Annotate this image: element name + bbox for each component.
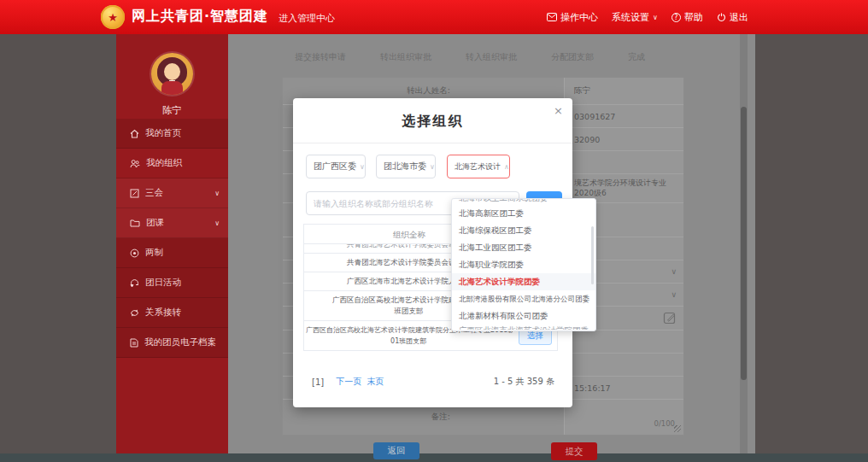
- cyl-emblem-icon: ★: [101, 5, 125, 29]
- header-menu: 操作中心 系统设置 ∨ ? 帮助 退出: [547, 0, 748, 34]
- caret-down-icon: ∨: [356, 163, 365, 171]
- wizard-steps: 提交接转申请 转出组织审批 转入组织审批 分配团支部 完成: [295, 51, 645, 63]
- caret-down-icon: ∨: [653, 14, 658, 21]
- submit-button[interactable]: 提交: [551, 442, 597, 460]
- page-left-margin: [0, 34, 116, 453]
- field-value-time: 15:16:17: [565, 377, 683, 399]
- sidebar-item-relation-transfer[interactable]: 关系接转: [116, 298, 228, 328]
- page-current[interactable]: [1]: [312, 377, 324, 387]
- char-counter: 0/100: [654, 419, 676, 428]
- step-1: 提交接转申请: [295, 51, 346, 63]
- sidebar-item-activity[interactable]: 团日活动: [116, 268, 228, 298]
- mail-icon: [547, 13, 557, 21]
- sidebar-item-member-archive[interactable]: 我的团员电子档案: [116, 328, 228, 358]
- dropdown-scrollbar-thumb[interactable]: [591, 226, 594, 284]
- sidebar-item-sanhui[interactable]: 三会 ∨: [116, 178, 228, 208]
- users-icon: [130, 159, 140, 168]
- pagination: [1] 下一页 末页 1 - 5 共 359 条: [303, 376, 558, 388]
- menu-help[interactable]: ? 帮助: [672, 11, 703, 24]
- app-title: 网上共青团·智慧团建: [132, 8, 268, 26]
- dropdown-item-clipped[interactable]: 北海市以上工商系统团委: [452, 199, 595, 205]
- page-last-link[interactable]: 末页: [367, 376, 384, 388]
- menu-system-settings[interactable]: 系统设置 ∨: [612, 11, 658, 24]
- edit-pencil-icon: [663, 311, 677, 325]
- dropdown-item-selected[interactable]: 北海艺术设计学院团委: [452, 273, 595, 290]
- chevron-down-icon: ∨: [671, 290, 677, 299]
- chevron-down-icon: ∨: [671, 267, 677, 276]
- power-icon: [717, 13, 726, 22]
- back-button[interactable]: 返回: [373, 442, 419, 459]
- dropdown-item[interactable]: 北港新材料有限公司团委: [452, 307, 595, 325]
- refresh-icon: [130, 308, 139, 318]
- chevron-down-icon: ∨: [214, 190, 220, 197]
- field-value: 03091627: [565, 105, 683, 127]
- enter-admin-link[interactable]: 进入管理中心: [279, 12, 335, 25]
- sidebar-item-home[interactable]: 我的首页: [116, 119, 228, 149]
- menu-logout[interactable]: 退出: [717, 11, 748, 24]
- menu-operation-center[interactable]: 操作中心: [547, 11, 598, 24]
- top-header: ★ 网上共青团·智慧团建 进入管理中心 操作中心 系统设置 ∨ ? 帮助 退出: [0, 0, 868, 34]
- page-next-link[interactable]: 下一页: [336, 376, 361, 388]
- org-level-select-2[interactable]: 团北海市委 ∨: [376, 155, 436, 178]
- divider: [293, 143, 572, 143]
- caret-up-icon: ∧: [501, 163, 509, 171]
- step-3: 转入组织审批: [466, 51, 517, 63]
- sidebar-menu: 我的首页 我的组织 三会 ∨ 团课 ∨ 两制 团日活动: [116, 119, 228, 358]
- sidebar: 陈宁 我的首页 我的组织 三会 ∨ 团课 ∨ 两制: [116, 34, 228, 453]
- app-screen: ★ 网上共青团·智慧团建 进入管理中心 操作中心 系统设置 ∨ ? 帮助 退出: [0, 0, 868, 462]
- file-icon: [130, 338, 138, 348]
- dropdown-item[interactable]: 北海职业学院团委: [452, 256, 595, 273]
- resize-handle-icon[interactable]: [674, 425, 681, 432]
- chevron-down-icon: ∨: [214, 219, 220, 227]
- field-value: 32090: [565, 128, 683, 150]
- folder-icon: [130, 219, 140, 227]
- compose-icon: [130, 189, 139, 198]
- step-5: 完成: [628, 51, 645, 63]
- scrollbar-thumb[interactable]: [741, 107, 747, 380]
- step-4: 分配团支部: [551, 51, 594, 63]
- footer-strip: [0, 453, 868, 462]
- modal-title: 选择组织: [293, 113, 572, 131]
- dropdown-item[interactable]: 北海工业园区团工委: [452, 239, 595, 256]
- org-level-select-1[interactable]: 团广西区委 ∨: [306, 155, 366, 178]
- dropdown-item[interactable]: 北部湾港股份有限公司北海港分公司团委: [452, 290, 595, 307]
- dropdown-item[interactable]: 北海综保税区团工委: [452, 222, 595, 239]
- target-icon: [130, 249, 139, 258]
- sidebar-item-tuanke[interactable]: 团课 ∨: [116, 208, 228, 238]
- dropdown-item[interactable]: 北海高新区团工委: [452, 205, 595, 222]
- page-right-margin: [755, 34, 868, 453]
- org-dropdown-panel: 北海市以上工商系统团委 北海高新区团工委 北海综保税区团工委 北海工业园区团工委…: [451, 198, 596, 331]
- step-2: 转出组织审批: [380, 51, 431, 63]
- home-icon: [130, 129, 139, 138]
- page-scrollbar[interactable]: [740, 34, 748, 453]
- sidebar-item-liangzhi[interactable]: 两制: [116, 238, 228, 268]
- caret-down-icon: ∨: [426, 163, 435, 171]
- dropdown-item-clipped[interactable]: 广西区北海市北海艺术设计学院团委: [452, 325, 595, 330]
- remark-textarea[interactable]: 0/100: [565, 400, 683, 435]
- sidebar-item-organization[interactable]: 我的组织: [116, 149, 228, 178]
- field-value: 陈宁: [565, 78, 683, 104]
- username: 陈宁: [116, 104, 228, 117]
- help-icon: ?: [672, 13, 681, 22]
- avatar: [151, 53, 193, 95]
- activity-icon: [130, 278, 139, 288]
- page-summary: 1 - 5 共 359 条: [494, 376, 554, 388]
- org-level-select-3[interactable]: 北海艺术设计 ∧: [447, 155, 510, 178]
